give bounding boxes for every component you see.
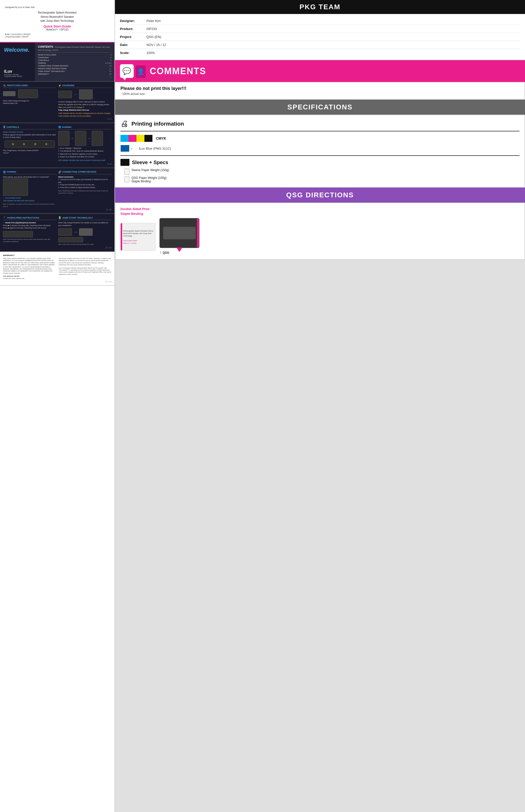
qsg-weight-label: QSG Paper Weight (100g)Staple Binding [132, 176, 167, 183]
pkg-value: iSP233 [147, 27, 157, 31]
iluv-blue-swatch [120, 145, 130, 152]
pkg-value: QSG (EN) [147, 35, 161, 39]
pkg-field: Product:iSP233 [120, 25, 520, 33]
pkg-label: Project: [120, 35, 142, 39]
charging-diagram: → [58, 89, 111, 99]
bluetooth-icon: 🔵 [58, 126, 61, 128]
charge-note-2: *LED indicator will blink red for low ba… [58, 115, 111, 117]
qsg-book-text: Rechargeable Splash-Resistant Stereo Blu… [121, 227, 155, 246]
controls-labels: Pair | Play/Pause | Vol Down | Power ON/… [3, 149, 56, 155]
whats-included-title: WHAT'S INCLUDED [7, 84, 28, 87]
phone-screen-1 [58, 131, 70, 146]
jumpstart-header: 🔋 JUMP START TECHNOLOGY [58, 216, 111, 220]
cmyk-label: CMYK [156, 136, 166, 140]
iluv-tagline-welcome: Innovative LifestyleUnquestionable Value… [4, 74, 31, 77]
warranty-text: ONE YEAR LIMITED WARRANTY: iLuv GRANTS L… [3, 258, 111, 279]
qsg-diagram: Rechargeable Splash-Resistant Stereo Blu… [120, 218, 520, 255]
warranty-page: WARRANTY ONE YEAR LIMITED WARRANTY: iLuv… [0, 252, 115, 286]
jumpstart-desc: When fully charged MobiOut can double as… [58, 221, 111, 227]
speaker-render [163, 227, 196, 239]
handsfree-header: 📱 HANDS-FREE INSTRUCTIONS [3, 216, 56, 220]
sleeve-title: Sleeve + Specs [132, 159, 168, 165]
pkg-label: Product: [120, 27, 142, 31]
qsg-directions-title: QSG DIRECTIONS [120, 191, 520, 199]
printing-info-header: 🖨 Printing information [120, 119, 520, 132]
pkg-team-fields: Designer:Peter KimProduct:iSP233Project:… [115, 14, 525, 60]
designed-by-label: Designed by iLuv in New York [5, 6, 109, 9]
jumpstart-title: JUMP START TECHNOLOGY [62, 217, 93, 219]
bt-icon-2: 🔵 [3, 171, 6, 173]
btn-play[interactable] [23, 143, 25, 145]
connected-phone-screen [3, 178, 28, 196]
jumpstart-diagrams: → [58, 228, 111, 236]
charging-device-img [58, 91, 72, 98]
connecting-devices-col: 🔗 CONNECTING OTHER DEVICES Wired Connect… [58, 171, 111, 208]
jumpstart-arrow: → [73, 230, 77, 234]
btn-power[interactable] [45, 143, 47, 145]
page-num-9-10: 9 / 10 [3, 209, 111, 211]
qsg-book-right [160, 218, 199, 248]
warranty-title: WARRANTY [3, 254, 111, 257]
page-icon-1 [124, 169, 130, 174]
connecting-wired-title: Wired Connection: [58, 176, 111, 179]
pkg-value: NOV / 15 / 12 [147, 43, 166, 47]
contents-right: CONTENTS Rechargeable Splash-Resistant S… [35, 43, 115, 81]
pairing-when-text: When paired, your phone will indicate th… [3, 176, 56, 179]
handsfree-note: Note: The hands-free function will only … [3, 238, 56, 243]
contents-item: WHAT'S INCLUDED3 [38, 53, 111, 56]
pairing-led-note: LED indicator will blink blue and red wh… [58, 159, 111, 162]
specifications-title: SPECIFICATIONS [120, 103, 520, 111]
page-num-2: 2 [38, 76, 111, 79]
handsfree-jumpstart-page: 📱 HANDS-FREE INSTRUCTIONS → Hands-Free (… [0, 214, 115, 252]
comments-section: 💬 👤 COMMENTS [115, 60, 525, 82]
pkg-team-title: PKG TEAM [115, 0, 525, 14]
charging-steps: Connect charging cable to micro USB port… [58, 101, 111, 112]
iluv-tagline2: Unquestionable Value® [5, 35, 29, 38]
pkg-field: Date:NOV / 15 / 12 [120, 41, 520, 49]
controls-icon: 🎛 [3, 126, 5, 128]
no-print-subtitle: · 100% actual size [120, 92, 520, 96]
page-icon-2 [124, 177, 130, 182]
contents-list: WHAT'S INCLUDED3CHARGING4CONTROLS5PAIRIN… [38, 53, 111, 75]
handsfree-title: HANDS-FREE INSTRUCTIONS [7, 217, 39, 219]
specifications-section: SPECIFICATIONS [115, 99, 525, 114]
page-num-3-4: 3 / 4 [3, 118, 111, 120]
arrow-2: → [87, 136, 91, 140]
qsg-detail-section: Double Sided Print Staple Binding Rechar… [115, 202, 525, 260]
pkg-value: Peter Kim [147, 19, 161, 23]
pkg-team-section: PKG TEAM Designer:Peter KimProduct:iSP23… [115, 0, 525, 60]
pairing-success-note: → Successfully Paired! LED indicator wil… [3, 197, 56, 202]
controls-note: Protects against normal precipitation (N… [3, 134, 56, 139]
phone-screens: → → [58, 131, 111, 146]
contents-item: HANDS-FREE INSTRUCTIONS11 [38, 67, 111, 70]
whats-included-charging-page: 🔌 WHAT'S INCLUDED Micro-USB Charge In/Ch… [0, 82, 115, 123]
contents-item: PAIRING6,7,8,9 [38, 62, 111, 64]
pkg-field: Project:QSG (EN) [120, 33, 520, 41]
btn-vol-down[interactable] [34, 143, 36, 145]
usb-cable-img [3, 91, 15, 96]
jumpstart-box-1 [58, 228, 72, 236]
charging-header: ⚡ CHARGING [58, 84, 111, 88]
welcome-page: Welcome. iLuv Innovative LifestyleUnques… [0, 43, 115, 82]
cmyk-swatches [120, 135, 152, 142]
handsfree-steps: Press ▶ to answer incoming calls, stream… [3, 224, 56, 230]
sleeve-header: Sleeve + Specs [120, 159, 520, 166]
iluv-blue-label: iLuv Blue (PMS 311C) [139, 147, 171, 150]
controls-pairing-page: 🎛 CONTROLS Splash-Resistant Controls Pro… [0, 123, 115, 168]
bubble-icon: 💬 [122, 67, 131, 75]
btn-pair[interactable] [12, 143, 14, 145]
qsg-directions-section: QSG DIRECTIONS [115, 187, 525, 202]
iluv-logo: iLuv [4, 69, 31, 74]
pairing-intro-col: 🔵 PAIRING → → 1. Go to 'Settings' / 'Blu… [58, 126, 111, 162]
controls-subtitle: Splash-Resistant Controls [3, 131, 56, 134]
pairing-steps: 1. Go to 'Settings' / 'Bluetooth' 2. Tur… [58, 147, 111, 158]
cmyk-row: CMYK [120, 135, 520, 142]
comments-person: 👤 [136, 65, 146, 78]
connecting-title: CONNECTING OTHER DEVICES [62, 171, 96, 173]
product-images [3, 89, 56, 98]
sleeve-weight-label: Sleeve Paper Weight (150g) [132, 168, 169, 172]
connecting-note: Note: Play/Pause only works in Bluetooth… [58, 190, 111, 194]
no-print-section: Please do not print this layer!!! · 100%… [115, 82, 525, 99]
printer-icon: 🖨 [120, 119, 129, 128]
qsg-container: ↑ QSG [160, 218, 199, 255]
